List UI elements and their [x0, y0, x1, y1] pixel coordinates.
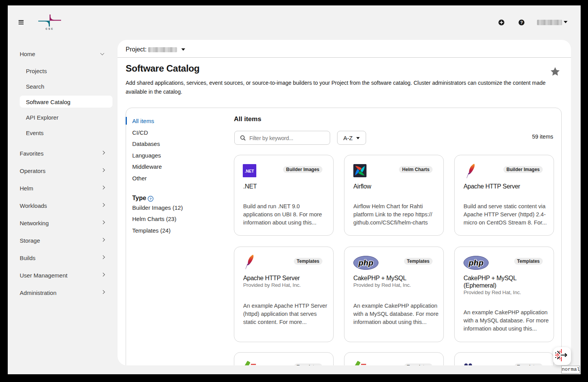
svg-text:php: php	[358, 258, 373, 267]
svg-text:php: php	[468, 258, 484, 267]
svg-text:?: ?	[520, 20, 523, 25]
svg-text:.NET: .NET	[245, 169, 254, 173]
svg-text:?: ?	[150, 197, 152, 201]
svg-text:csc: csc	[46, 27, 54, 31]
